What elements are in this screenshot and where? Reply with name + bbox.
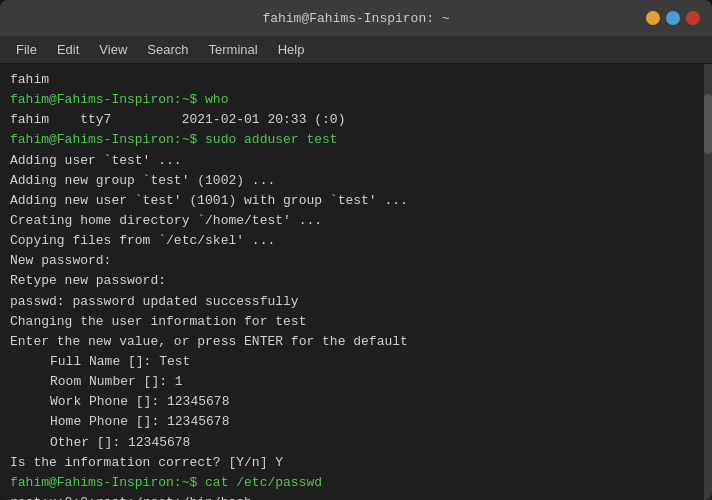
menu-item-terminal[interactable]: Terminal [201,40,266,59]
terminal-line: fahim@Fahims-Inspiron:~$ sudo adduser te… [10,130,692,150]
terminal-line: Adding new user `test' (1001) with group… [10,191,692,211]
terminal-line: passwd: password updated successfully [10,292,692,312]
terminal-line: Room Number []: 1 [10,372,692,392]
maximize-button[interactable] [666,11,680,25]
terminal-line: Is the information correct? [Y/n] Y [10,453,692,473]
scrollbar[interactable] [704,64,712,500]
terminal-line: Work Phone []: 12345678 [10,392,692,412]
terminal-line: root:x:0:0:root:/root:/bin/bash [10,493,692,500]
terminal-line: fahim@Fahims-Inspiron:~$ cat /etc/passwd [10,473,692,493]
menu-item-file[interactable]: File [8,40,45,59]
terminal-line: Retype new password: [10,271,692,291]
terminal-line: Changing the user information for test [10,312,692,332]
terminal-line: fahim@Fahims-Inspiron:~$ who [10,90,692,110]
menu-bar: FileEditViewSearchTerminalHelp [0,36,712,64]
window-title: fahim@Fahims-Inspiron: ~ [262,11,449,26]
minimize-button[interactable] [646,11,660,25]
close-button[interactable] [686,11,700,25]
scrollbar-thumb[interactable] [704,94,712,154]
terminal-line: Copying files from `/etc/skel' ... [10,231,692,251]
terminal-content: fahimfahim@Fahims-Inspiron:~$ whofahim t… [10,70,702,500]
menu-item-search[interactable]: Search [139,40,196,59]
terminal-line: Adding user `test' ... [10,151,692,171]
terminal-line: Full Name []: Test [10,352,692,372]
terminal-line: fahim tty7 2021-02-01 20:33 (:0) [10,110,692,130]
terminal-line: Adding new group `test' (1002) ... [10,171,692,191]
menu-item-view[interactable]: View [91,40,135,59]
terminal-line: fahim [10,70,692,90]
terminal-line: Creating home directory `/home/test' ... [10,211,692,231]
terminal-line: Home Phone []: 12345678 [10,412,692,432]
terminal-window: fahim@Fahims-Inspiron: ~ FileEditViewSea… [0,0,712,500]
title-bar: fahim@Fahims-Inspiron: ~ [0,0,712,36]
window-controls [646,11,700,25]
terminal-line: Enter the new value, or press ENTER for … [10,332,692,352]
menu-item-help[interactable]: Help [270,40,313,59]
terminal-line: Other []: 12345678 [10,433,692,453]
menu-item-edit[interactable]: Edit [49,40,87,59]
terminal-line: New password: [10,251,692,271]
terminal-body[interactable]: fahimfahim@Fahims-Inspiron:~$ whofahim t… [0,64,712,500]
